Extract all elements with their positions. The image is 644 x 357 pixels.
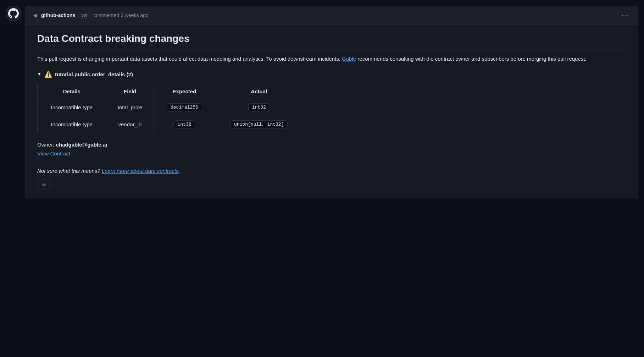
owner-section: Owner: chadgable@gable.ai [37, 142, 627, 148]
bot-badge: bot [78, 12, 90, 19]
reaction-icon: ☺ [41, 181, 47, 188]
row2-actual: union[null, int32] [215, 116, 303, 133]
learn-more-link[interactable]: Learn more about data contracts [102, 168, 179, 174]
table-row: Incompatible type vendor_id int32 union[… [38, 116, 303, 133]
row1-expected-badge: decimal256 [167, 103, 202, 111]
row1-details: Incompatible type [38, 99, 106, 116]
row1-field: total_price [106, 99, 154, 116]
comment-header-left: ◀ github-actions bot commented 3 weeks a… [32, 11, 149, 20]
reaction-button[interactable]: ☺ [37, 180, 51, 190]
view-contract-link[interactable]: View Contract [37, 150, 70, 156]
section-title: tutorial.public.order_details (2) [55, 71, 133, 77]
col-header-actual: Actual [215, 84, 303, 99]
breaking-changes-table: Details Field Expected Actual Incompatib… [37, 84, 303, 133]
footer-note: Not sure what this means? Learn more abo… [37, 168, 627, 174]
row2-actual-badge: union[null, int32] [230, 120, 288, 128]
comment-author: github-actions [41, 12, 75, 18]
col-header-field: Field [106, 84, 154, 99]
table-row: Incompatible type total_price decimal256… [38, 99, 303, 116]
description-text-1: This pull request is changing important … [37, 56, 342, 62]
section-header: ▼ ⚠️ tutorial.public.order_details (2) [37, 70, 627, 78]
row2-expected: int32 [154, 116, 215, 133]
warning-icon: ⚠️ [44, 70, 52, 78]
collapse-button[interactable]: ◀ [32, 11, 38, 20]
row1-actual-badge: int32 [248, 103, 270, 111]
comment-header: ◀ github-actions bot commented 3 weeks a… [26, 6, 638, 24]
description: This pull request is changing important … [37, 55, 627, 63]
row2-expected-badge: int32 [173, 120, 195, 128]
comment-meta: commented 3 weeks ago [93, 12, 149, 18]
row1-actual: int32 [215, 99, 303, 116]
comment-header-right: ··· [618, 10, 632, 21]
more-options-button[interactable]: ··· [618, 10, 632, 21]
row1-expected: decimal256 [154, 99, 215, 116]
triangle-icon: ▼ [37, 72, 41, 77]
col-header-details: Details [38, 84, 106, 99]
row2-field: vendor_id [106, 116, 154, 133]
description-text-2: recommends consulting with the contract … [356, 56, 587, 62]
comment-body: Data Contract breaking changes This pull… [26, 24, 638, 198]
owner-email: chadgable@gable.ai [56, 142, 107, 148]
main-title: Data Contract breaking changes [37, 33, 627, 49]
footer-text: Not sure what this means? [37, 168, 102, 174]
table-header-row: Details Field Expected Actual [38, 84, 303, 99]
footer-period: . [179, 168, 180, 174]
col-header-expected: Expected [154, 84, 215, 99]
gable-link[interactable]: Gable [342, 56, 356, 62]
github-logo-icon [8, 8, 19, 19]
owner-label: Owner: [37, 142, 56, 148]
row2-details: Incompatible type [38, 116, 106, 133]
avatar [6, 6, 21, 21]
comment-box: ◀ github-actions bot commented 3 weeks a… [26, 6, 638, 198]
